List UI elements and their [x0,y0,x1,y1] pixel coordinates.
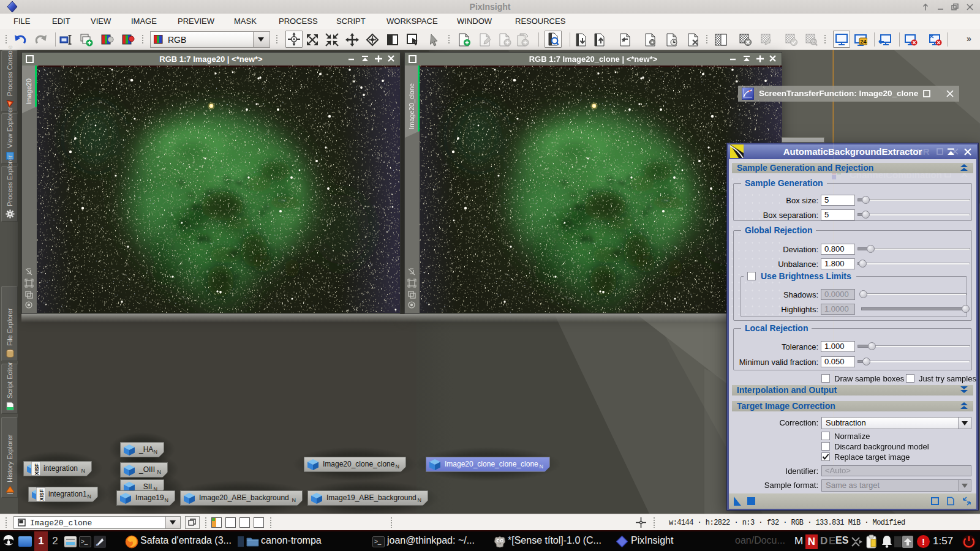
svg-text:XISF: XISF [34,463,40,475]
svg-text:24: 24 [860,39,866,45]
svg-text:XISF: XISF [39,489,45,501]
